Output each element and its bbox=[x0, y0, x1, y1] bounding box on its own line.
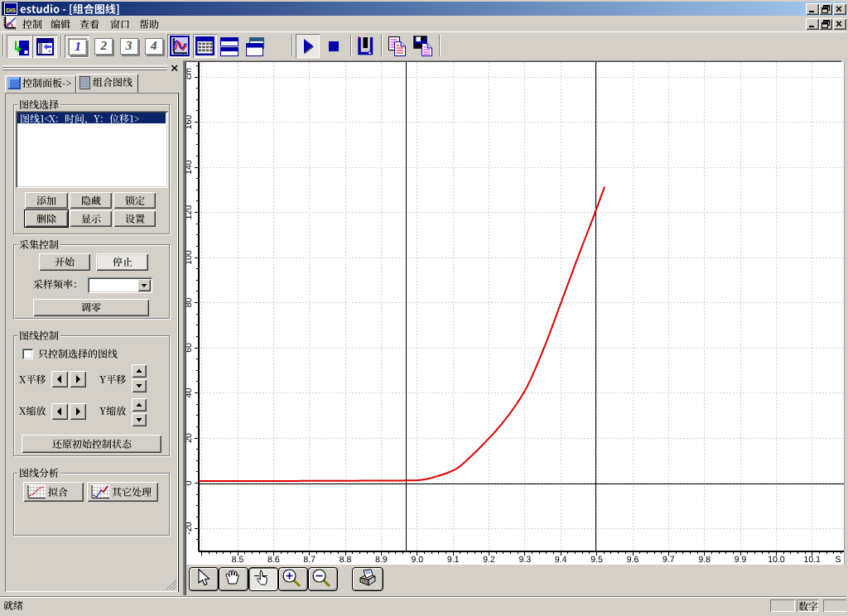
svg-text:DIS: DIS bbox=[6, 7, 16, 13]
